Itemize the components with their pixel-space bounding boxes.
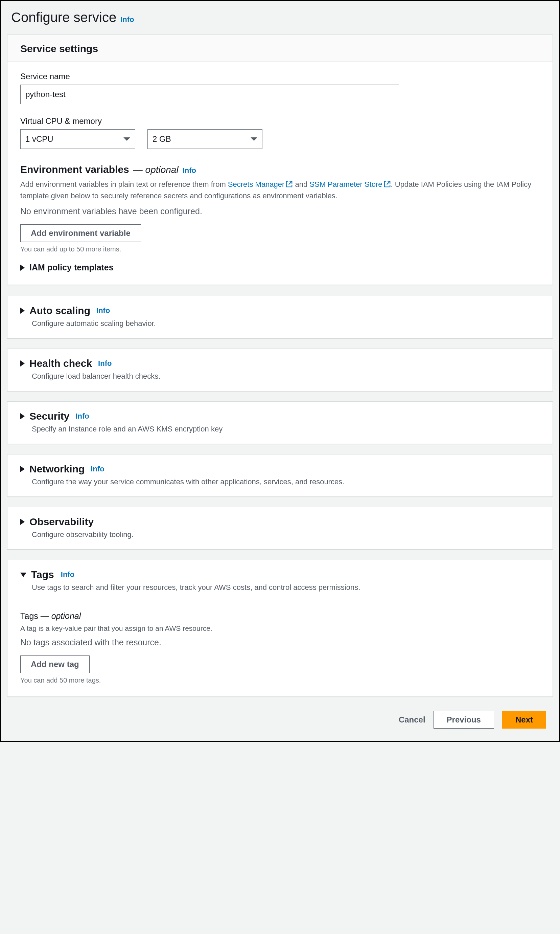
networking-desc: Configure the way your service communica… [32,478,540,486]
vcpu-select[interactable]: 1 vCPU [20,129,135,149]
tags-empty-message: No tags associated with the resource. [20,638,540,647]
cancel-button[interactable]: Cancel [399,715,425,724]
health-check-expander[interactable]: Health check Info [20,358,540,369]
health-check-info-link[interactable]: Info [98,359,112,368]
tags-hint: You can add 50 more tags. [20,677,540,684]
env-info-link[interactable]: Info [183,166,196,175]
tags-info-link[interactable]: Info [61,570,74,579]
observability-desc: Configure observability tooling. [32,530,540,539]
env-heading: Environment variables [20,164,129,175]
add-env-variable-button[interactable]: Add environment variable [20,224,141,242]
vcpu-memory-label: Virtual CPU & memory [20,116,540,126]
chevron-down-icon [251,137,257,141]
health-check-desc: Configure load balancer health checks. [32,372,540,381]
tags-desc: Use tags to search and filter your resou… [32,583,540,592]
iam-policy-templates-expander[interactable]: IAM policy templates [20,263,540,273]
chevron-right-icon [20,413,25,419]
tags-panel: Tags Info Use tags to search and filter … [7,560,553,697]
security-expander[interactable]: Security Info [20,410,540,422]
page-title: Configure service [11,10,116,25]
ssm-parameter-store-link[interactable]: SSM Parameter Store [309,180,382,188]
external-link-icon [383,180,391,187]
chevron-right-icon [20,361,25,367]
auto-scaling-info-link[interactable]: Info [96,306,110,315]
env-hint: You can add up to 50 more items. [20,245,540,253]
chevron-right-icon [20,519,25,525]
tags-title: Tags [31,569,54,580]
observability-title: Observability [29,516,94,527]
auto-scaling-desc: Configure automatic scaling behavior. [32,319,540,328]
health-check-panel: Health check Info Configure load balance… [7,348,553,391]
tags-subheading: Tags — optional [20,611,540,621]
footer-actions: Cancel Previous Next [7,708,553,730]
tags-expander[interactable]: Tags Info [20,569,540,580]
security-panel: Security Info Specify an Instance role a… [7,401,553,444]
chevron-right-icon [20,466,25,472]
vcpu-value: 1 vCPU [25,134,54,144]
auto-scaling-panel: Auto scaling Info Configure automatic sc… [7,296,553,338]
previous-button[interactable]: Previous [434,711,494,729]
networking-expander[interactable]: Networking Info [20,463,540,475]
security-info-link[interactable]: Info [75,412,89,421]
external-link-icon [285,180,293,187]
next-button[interactable]: Next [502,711,546,729]
tags-sub-desc: A tag is a key-value pair that you assig… [20,623,540,634]
iam-policy-templates-title: IAM policy templates [29,263,114,273]
env-empty-message: No environment variables have been confi… [20,207,540,216]
security-desc: Specify an Instance role and an AWS KMS … [32,425,540,433]
env-description: Add environment variables in plain text … [20,179,540,202]
env-optional: — optional [133,165,178,175]
chevron-right-icon [20,308,25,314]
networking-panel: Networking Info Configure the way your s… [7,454,553,497]
security-title: Security [29,410,69,422]
memory-select[interactable]: 2 GB [148,129,262,149]
health-check-title: Health check [29,358,92,369]
add-new-tag-button[interactable]: Add new tag [20,655,89,673]
page-info-link[interactable]: Info [120,15,134,24]
chevron-down-icon [123,137,130,141]
service-settings-heading: Service settings [20,43,540,54]
chevron-down-icon [20,573,26,577]
networking-info-link[interactable]: Info [91,465,104,473]
memory-value: 2 GB [152,134,171,144]
observability-expander[interactable]: Observability [20,516,540,527]
service-settings-panel: Service settings Service name Virtual CP… [7,34,553,285]
chevron-right-icon [20,265,25,271]
networking-title: Networking [29,463,85,475]
auto-scaling-expander[interactable]: Auto scaling Info [20,305,540,316]
service-name-input[interactable] [20,85,399,104]
observability-panel: Observability Configure observability to… [7,507,553,550]
auto-scaling-title: Auto scaling [29,305,90,316]
service-name-label: Service name [20,72,540,81]
secrets-manager-link[interactable]: Secrets Manager [228,180,285,188]
